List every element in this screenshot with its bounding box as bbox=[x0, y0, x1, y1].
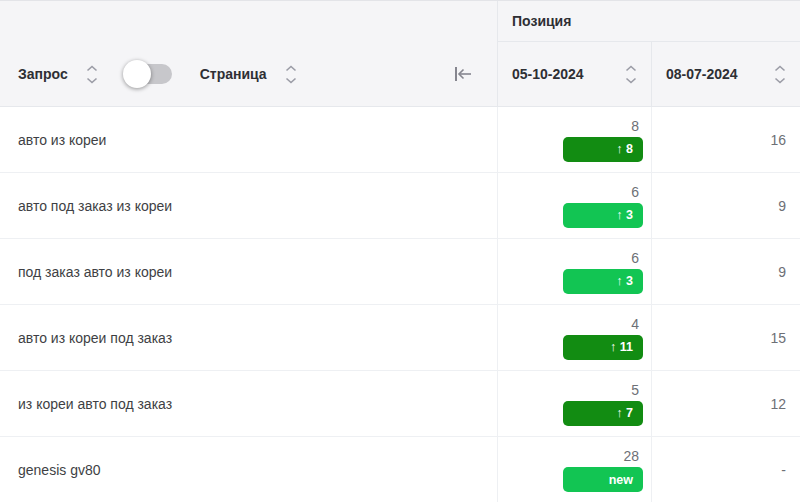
position-cell-current: 28 new bbox=[498, 437, 652, 502]
position-value-previous: 9 bbox=[778, 264, 786, 280]
position-cell-previous: 15 bbox=[652, 305, 800, 370]
table-row[interactable]: genesis gv80 28 new - bbox=[0, 437, 800, 502]
position-value-current: 4 bbox=[631, 316, 639, 332]
position-change-badge: ↑ 8 bbox=[563, 137, 643, 162]
query-page-toggle[interactable] bbox=[126, 64, 172, 84]
chevron-down-icon bbox=[774, 77, 786, 84]
date-column-label: 05-10-2024 bbox=[512, 66, 584, 82]
query-cell: под заказ авто из кореи bbox=[0, 239, 498, 304]
query-column-label: Запрос bbox=[18, 66, 68, 82]
query-text: авто из кореи под заказ bbox=[18, 330, 172, 346]
header-query-page: Запрос Страница bbox=[0, 1, 498, 106]
position-change-badge: ↑ 3 bbox=[563, 203, 643, 228]
position-change-badge: new bbox=[563, 467, 643, 492]
positions-table: Запрос Страница Позиция bbox=[0, 0, 800, 502]
position-value-previous: 15 bbox=[770, 330, 786, 346]
table-body: авто из кореи 8 ↑ 8 16 авто под заказ из… bbox=[0, 107, 800, 502]
position-cell-current: 8 ↑ 8 bbox=[498, 107, 652, 172]
position-value-current: 28 bbox=[623, 448, 639, 464]
position-value-current: 5 bbox=[631, 382, 639, 398]
position-value-current: 6 bbox=[631, 250, 639, 266]
chevron-up-icon bbox=[86, 65, 98, 72]
chevron-up-icon bbox=[774, 65, 786, 72]
position-cell-current: 4 ↑ 11 bbox=[498, 305, 652, 370]
position-value-previous: 12 bbox=[770, 396, 786, 412]
chevron-down-icon bbox=[625, 77, 637, 84]
sort-page-control[interactable] bbox=[283, 63, 299, 86]
position-value-current: 8 bbox=[631, 118, 639, 134]
query-cell: из кореи авто под заказ bbox=[0, 371, 498, 436]
position-value-previous: 16 bbox=[770, 132, 786, 148]
position-value-current: 6 bbox=[631, 184, 639, 200]
query-text: из кореи авто под заказ bbox=[18, 396, 172, 412]
date-column-label: 08-07-2024 bbox=[666, 66, 738, 82]
chevron-down-icon bbox=[86, 77, 98, 84]
query-cell: genesis gv80 bbox=[0, 437, 498, 502]
query-cell: авто из кореи bbox=[0, 107, 498, 172]
chevron-up-icon bbox=[625, 65, 637, 72]
position-group-header: Позиция bbox=[498, 1, 800, 42]
sort-query-control[interactable] bbox=[84, 63, 100, 86]
position-cell-current: 6 ↑ 3 bbox=[498, 239, 652, 304]
query-text: genesis gv80 bbox=[18, 462, 101, 478]
position-cell-previous: 9 bbox=[652, 173, 800, 238]
position-value-previous: 9 bbox=[778, 198, 786, 214]
position-cell-previous: 16 bbox=[652, 107, 800, 172]
table-header: Запрос Страница Позиция bbox=[0, 1, 800, 107]
chevron-up-icon bbox=[285, 65, 297, 72]
query-cell: авто под заказ из кореи bbox=[0, 173, 498, 238]
table-row[interactable]: под заказ авто из кореи 6 ↑ 3 9 bbox=[0, 239, 800, 305]
sort-date1-control[interactable] bbox=[623, 63, 639, 86]
position-cell-current: 5 ↑ 7 bbox=[498, 371, 652, 436]
position-change-badge: ↑ 3 bbox=[563, 269, 643, 294]
table-row[interactable]: из кореи авто под заказ 5 ↑ 7 12 bbox=[0, 371, 800, 437]
collapse-column-button[interactable] bbox=[453, 66, 473, 82]
table-row[interactable]: авто под заказ из кореи 6 ↑ 3 9 bbox=[0, 173, 800, 239]
sort-date2-control[interactable] bbox=[772, 63, 788, 86]
date-column-header-1: 05-10-2024 bbox=[498, 42, 652, 106]
chevron-down-icon bbox=[285, 77, 297, 84]
query-text: авто под заказ из кореи bbox=[18, 198, 172, 214]
table-row[interactable]: авто из кореи 8 ↑ 8 16 bbox=[0, 107, 800, 173]
position-cell-current: 6 ↑ 3 bbox=[498, 173, 652, 238]
table-row[interactable]: авто из кореи под заказ 4 ↑ 11 15 bbox=[0, 305, 800, 371]
position-cell-previous: 12 bbox=[652, 371, 800, 436]
position-cell-previous: - bbox=[652, 437, 800, 502]
position-change-badge: ↑ 7 bbox=[563, 401, 643, 426]
position-change-badge: ↑ 11 bbox=[563, 335, 643, 360]
collapse-left-icon bbox=[453, 66, 473, 82]
position-cell-previous: 9 bbox=[652, 239, 800, 304]
page-column-label: Страница bbox=[200, 66, 267, 82]
date-column-header-2: 08-07-2024 bbox=[652, 42, 800, 106]
query-text: под заказ авто из кореи bbox=[18, 264, 172, 280]
toggle-knob bbox=[123, 60, 151, 88]
position-value-previous: - bbox=[781, 462, 786, 478]
query-text: авто из кореи bbox=[18, 132, 106, 148]
position-group-label: Позиция bbox=[512, 13, 571, 29]
query-cell: авто из кореи под заказ bbox=[0, 305, 498, 370]
